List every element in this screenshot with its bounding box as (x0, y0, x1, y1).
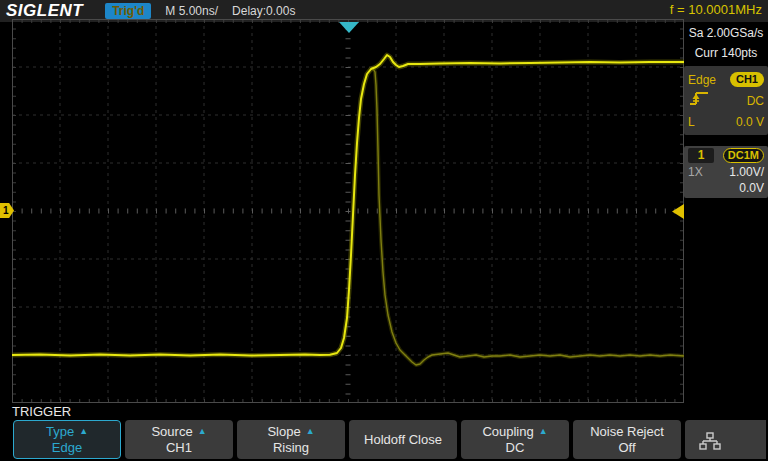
sidebar: Sa 2.00GSa/s Curr 140pts Edge CH1 DC L (684, 22, 768, 198)
trigger-level-label: L (688, 115, 695, 129)
trigger-info-panel[interactable]: Edge CH1 DC L 0.0 V (684, 66, 768, 135)
softkey-trigger-source[interactable]: Source ▲ CH1 (125, 420, 233, 459)
softkey-value: Rising (273, 440, 309, 456)
frequency-counter: f = 10.0001MHz (670, 2, 762, 17)
softkey-value: Edge (52, 440, 82, 456)
softkey-value: CH1 (166, 440, 192, 456)
trigger-type-value: Edge (688, 73, 716, 87)
channel-coupling-badge: DC1M (723, 148, 764, 163)
trigger-status-badge: Trig'd (105, 3, 151, 19)
trigger-source-badge: CH1 (730, 72, 764, 87)
up-arrow-icon: ▲ (198, 427, 207, 436)
softkey-trigger-type[interactable]: Type ▲ Edge (13, 420, 121, 459)
timebase-readout[interactable]: M 5.00ns/ (165, 4, 218, 18)
sample-rate-readout: Sa 2.00GSa/s (684, 22, 768, 42)
delay-readout[interactable]: Delay:0.00s (232, 4, 295, 18)
memory-depth-readout: Curr 140pts (684, 42, 768, 62)
softkey-trigger-coupling[interactable]: Coupling ▲ DC (461, 420, 569, 459)
softkey-trigger-slope[interactable]: Slope ▲ Rising (237, 420, 345, 459)
oscilloscope-screen: SIGLENT Trig'd M 5.00ns/ Delay:0.00s f =… (0, 0, 768, 461)
up-arrow-icon: ▲ (306, 427, 315, 436)
channel-number-badge: 1 (688, 148, 714, 163)
softkey-label: Slope (267, 424, 300, 440)
softkey-label: Coupling (482, 424, 533, 440)
siglent-logo: SIGLENT (6, 1, 83, 21)
softkey-label: Source (151, 424, 192, 440)
up-arrow-icon: ▲ (539, 427, 548, 436)
vertical-scale-value: 1.00V/ (729, 165, 764, 179)
probe-attenuation-value: 1X (688, 165, 703, 179)
trigger-level-value: 0.0 V (736, 115, 764, 129)
menu-section-title: TRIGGER (12, 404, 71, 419)
softkey-noise-reject[interactable]: Noise Reject Off (573, 420, 681, 459)
softkey-network-status[interactable] (685, 420, 766, 459)
rising-edge-icon (688, 90, 710, 111)
softkey-label: Noise Reject (590, 424, 664, 440)
up-arrow-icon: ▲ (79, 427, 88, 436)
softkey-label: Holdoff Close (364, 432, 442, 448)
lan-network-icon (699, 432, 721, 455)
softkey-value: Off (618, 440, 635, 456)
waveform-display (12, 19, 684, 403)
channel1-info-panel[interactable]: 1 DC1M 1X 1.00V/ 0.0V (684, 146, 768, 198)
trigger-coupling-value: DC (747, 94, 764, 108)
softkey-holdoff[interactable]: Holdoff Close (349, 420, 457, 459)
softkey-value: DC (506, 440, 525, 456)
vertical-offset-value: 0.0V (739, 181, 764, 195)
softkey-label: Type (46, 424, 74, 440)
softkey-menu-bar: Type ▲ Edge Source ▲ CH1 Slope ▲ Rising … (13, 420, 766, 459)
